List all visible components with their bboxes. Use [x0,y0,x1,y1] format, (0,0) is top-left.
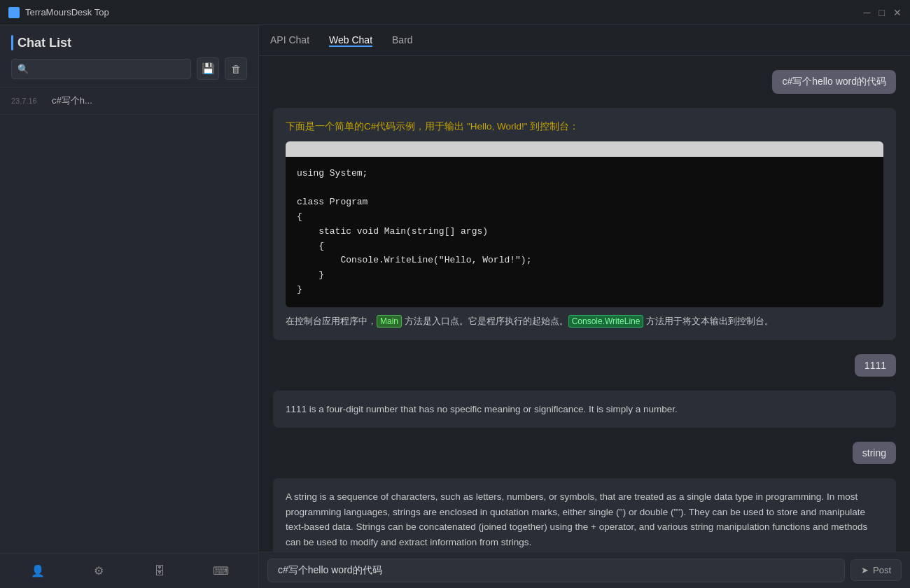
title-bar-left: TerraMoursDesk Top [8,7,109,18]
close-button[interactable]: ✕ [893,8,902,18]
nav-tab-bard[interactable]: Bard [392,34,413,47]
assistant-message: A string is a sequence of characters, su… [273,478,896,552]
nav-tab-web-chat[interactable]: Web Chat [329,34,372,47]
sidebar-accent [11,35,13,50]
user-icon: 👤 [31,564,45,578]
chat-item[interactable]: 23.7.16 c#写个h... [0,88,258,115]
code-block-header [286,141,883,157]
settings-button[interactable]: ⚙ [88,560,110,582]
sidebar-title-row: Chat List [11,35,247,50]
main-layout: Chat List 🔍 💾 🗑 23.7.16 c#写个h... [0,25,910,588]
user-message-bubble: c#写个hello word的代码 [772,70,896,94]
chat-list: 23.7.16 c#写个h... [0,88,258,553]
keyboard-button[interactable]: ⌨ [209,560,232,582]
assistant-message: 下面是一个简单的C#代码示例，用于输出 "Hello, World!" 到控制台… [273,108,896,340]
title-bar-controls: ─ □ ✕ [864,8,902,18]
input-bar: ➤ Post [259,552,910,588]
chat-item-date: 23.7.16 [11,97,45,105]
database-button[interactable]: 🗄 [148,560,171,582]
sidebar-header: Chat List 🔍 💾 🗑 [0,25,258,88]
app-icon [8,7,20,18]
user-message-bubble: string [853,442,896,464]
keyboard-icon: ⌨ [213,564,229,578]
code-footer-text: 在控制台应用程序中，Main 方法是入口点。它是程序执行的起始点。Console… [286,314,883,329]
send-label: Post [873,565,891,575]
trash-icon: 🗑 [231,63,241,75]
send-icon: ➤ [861,565,869,575]
chat-item-text: c#写个h... [52,94,92,107]
nav-tab-api-chat[interactable]: API Chat [270,34,309,47]
right-panel: API ChatWeb ChatBard c#写个hello word的代码下面… [259,25,910,588]
maximize-button[interactable]: □ [879,8,885,18]
save-icon: 💾 [202,62,215,75]
user-message: c#写个hello word的代码 [273,70,896,94]
search-icon: 🔍 [18,64,29,74]
send-button[interactable]: ➤ Post [850,559,902,581]
delete-button[interactable]: 🗑 [225,57,247,80]
user-message: 1111 [273,354,896,377]
sidebar-search-row: 🔍 💾 🗑 [11,57,247,80]
app-name: TerraMoursDesk Top [25,7,109,18]
chat-messages: c#写个hello word的代码下面是一个简单的C#代码示例，用于输出 "He… [259,56,910,552]
user-icon-button[interactable]: 👤 [27,560,49,582]
sidebar: Chat List 🔍 💾 🗑 23.7.16 c#写个h... [0,25,259,588]
search-wrapper: 🔍 [11,59,191,79]
search-input[interactable] [11,59,191,79]
database-icon: 🗄 [154,565,165,578]
assistant-message: 1111 is a four-digit number that has no … [273,391,896,428]
user-message: string [273,442,896,464]
sidebar-footer: 👤 ⚙ 🗄 ⌨ [0,553,258,588]
sidebar-title: Chat List [18,36,71,50]
save-button[interactable]: 💾 [197,57,219,80]
assistant-prefix-text: 下面是一个简单的C#代码示例，用于输出 "Hello, World!" 到控制台… [286,119,883,134]
nav-tabs: API ChatWeb ChatBard [259,25,910,56]
title-bar: TerraMoursDesk Top ─ □ ✕ [0,0,910,25]
code-highlight: Main [377,315,402,328]
message-input[interactable] [267,559,845,582]
minimize-button[interactable]: ─ [864,8,871,18]
gear-icon: ⚙ [94,564,104,578]
code-block: using System; class Program { static voi… [286,141,883,307]
code-block-body: using System; class Program { static voi… [286,157,883,307]
code-highlight: Console.WriteLine [568,315,644,328]
user-message-bubble: 1111 [855,354,896,377]
